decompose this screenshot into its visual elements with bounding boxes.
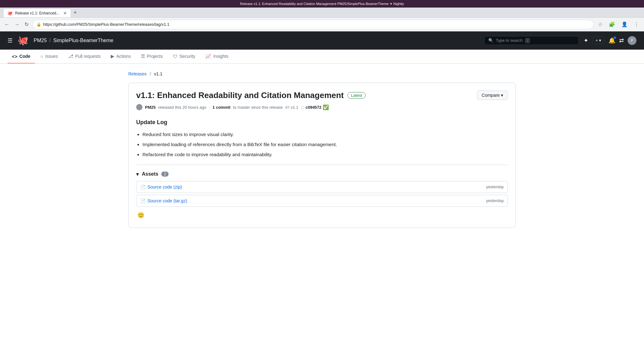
tab-favicon: 🐙 [7, 11, 13, 16]
commit-text: to master since this release [233, 105, 283, 110]
reload-button[interactable]: ↻ [23, 20, 30, 29]
pr-tab-icon: ⎇ [68, 53, 73, 59]
search-icon: 🔍 [488, 38, 493, 43]
assets-title: Assets [142, 171, 158, 177]
update-log-item-3: Refactored the code to improve readabili… [142, 151, 508, 158]
security-tab-icon: 🛡 [173, 54, 178, 59]
source-code-zip-label: Source code (zip) [147, 184, 182, 189]
url-text: https://github.com/PM25/SimplePlus-Beame… [43, 22, 169, 27]
commit-count-link[interactable]: 1 commit [213, 105, 230, 110]
update-log-item-2: Implemented loading of references direct… [142, 141, 508, 148]
issues-tab-icon: ○ [41, 54, 43, 59]
repo-link[interactable]: SimplePlus-BeamerTheme [53, 38, 113, 43]
release-time-ago: released this 20 hours ago [158, 105, 206, 110]
browser-title-text: Release v1.1: Enhanced Readability and C… [240, 2, 404, 6]
browser-toolbar: ← → ↻ 🔒 https://github.com/PM25/SimplePl… [0, 18, 644, 31]
add-reaction-button[interactable]: 🙂 [136, 211, 146, 220]
user-avatar[interactable]: P [628, 36, 636, 45]
meta-separator-dot: · [209, 105, 210, 110]
page-breadcrumb: Releases / v1.1 [128, 71, 516, 76]
active-browser-tab[interactable]: 🐙 Release v1.1: Enhanced... ✕ [3, 8, 71, 17]
assets-header[interactable]: ▾ Assets 2 [136, 171, 508, 177]
repo-tabs: <> Code ○ Issues ⎇ Pull requests ▶ Actio… [0, 50, 644, 64]
release-header: v1.1: Enhanced Readability and Citation … [136, 90, 508, 100]
commit-check-icon: ✅ [323, 104, 329, 110]
tab-security[interactable]: 🛡 Security [169, 50, 200, 63]
author-avatar [136, 104, 142, 110]
release-title-wrapper: v1.1: Enhanced Readability and Citation … [136, 90, 366, 100]
source-code-zip-time: yesterday [486, 184, 504, 189]
code-tab-icon: <> [12, 54, 18, 59]
security-tab-label: Security [180, 54, 196, 59]
release-card: v1.1: Enhanced Readability and Citation … [128, 83, 516, 228]
tab-insights[interactable]: 📈 Insights [201, 50, 233, 63]
source-code-zip-link[interactable]: 📄 Source code (zip) [140, 184, 182, 189]
source-code-targz-label: Source code (tar.gz) [147, 198, 187, 203]
update-log-item-1: Reduced font sizes to improve visual cla… [142, 131, 508, 138]
asset-row-zip: 📄 Source code (zip) yesterday [136, 181, 508, 193]
bookmark-button[interactable]: ☆ [596, 20, 604, 29]
hamburger-menu-button[interactable]: ☰ [8, 37, 13, 44]
insights-tab-label: Insights [213, 54, 228, 59]
owner-link[interactable]: PM25 [34, 38, 47, 43]
asset-row-targz: 📄 Source code (tar.gz) yesterday [136, 195, 508, 207]
search-shortcut-kbd: / [525, 38, 530, 43]
targz-file-icon: 📄 [140, 198, 146, 203]
latest-badge: Latest [347, 92, 365, 99]
zip-file-icon: 📄 [140, 184, 146, 189]
tab-actions[interactable]: ▶ Actions [106, 50, 135, 63]
global-search[interactable]: 🔍 Type to search / [484, 36, 579, 45]
copilot-button[interactable]: ✦ [584, 37, 588, 44]
issues-tab-label: Issues [45, 54, 58, 59]
lock-icon: 🔒 [36, 22, 41, 27]
assets-chevron: ▾ [136, 171, 139, 177]
back-button[interactable]: ← [3, 20, 11, 29]
actions-tab-icon: ▶ [111, 53, 114, 59]
release-divider [136, 165, 508, 165]
profile-button[interactable]: 👤 [619, 20, 630, 29]
tag-icon: 🏷 [285, 105, 289, 110]
create-new-button[interactable]: + ▾ [592, 36, 605, 44]
repo-breadcrumb: PM25 / SimplePlus-BeamerTheme [34, 38, 113, 43]
tab-pull-requests[interactable]: ⎇ Pull requests [64, 50, 105, 63]
browser-tab-bar: 🐙 Release v1.1: Enhanced... ✕ + [0, 8, 644, 18]
forward-button[interactable]: → [13, 20, 21, 29]
new-tab-button[interactable]: + [71, 8, 80, 17]
reaction-row: 🙂 [136, 211, 508, 220]
assets-count: 2 [161, 172, 169, 177]
extensions-button[interactable]: 🧩 [607, 20, 617, 29]
releases-breadcrumb-link[interactable]: Releases [128, 71, 147, 76]
current-breadcrumb: v1.1 [154, 71, 162, 76]
main-content: Releases / v1.1 v1.1: Enhanced Readabili… [121, 64, 523, 240]
release-commit: ◌ c094572 ✅ [301, 104, 329, 110]
commit-icon: ◌ [301, 105, 304, 110]
tab-title: Release v1.1: Enhanced... [15, 11, 59, 15]
compare-button[interactable]: Compare ▾ [477, 90, 508, 100]
topnav-actions: ✦ + ▾ 🔔 ⇄ P [584, 36, 636, 45]
code-tab-label: Code [19, 54, 31, 59]
github-topnav: ☰ 🐙 PM25 / SimplePlus-BeamerTheme 🔍 Type… [0, 31, 644, 50]
insights-tab-icon: 📈 [205, 53, 211, 59]
search-placeholder: Type to search [496, 38, 523, 43]
projects-tab-icon: ☰ [141, 53, 145, 59]
release-tag: 🏷 v1.1 [285, 105, 298, 110]
tab-issues[interactable]: ○ Issues [36, 50, 63, 63]
tab-close-button[interactable]: ✕ [63, 11, 67, 16]
source-code-targz-link[interactable]: 📄 Source code (tar.gz) [140, 198, 187, 203]
release-meta: PM25 released this 20 hours ago · 1 comm… [136, 104, 508, 110]
release-title: v1.1: Enhanced Readability and Citation … [136, 90, 344, 100]
pr-tab-label: Pull requests [75, 54, 101, 59]
source-code-targz-time: yesterday [486, 198, 504, 203]
update-log-list: Reduced font sizes to improve visual cla… [136, 131, 508, 158]
browser-menu-button[interactable]: ⋮ [632, 20, 641, 29]
pull-request-icon-btn[interactable]: ⇄ [619, 37, 624, 44]
release-author-link[interactable]: PM25 [145, 105, 156, 110]
tag-value: v1.1 [291, 105, 298, 110]
tab-code[interactable]: <> Code [8, 50, 35, 63]
commit-hash-link[interactable]: c094572 [306, 105, 322, 110]
breadcrumb-sep: / [150, 71, 151, 76]
release-body: Update Log Reduced font sizes to improve… [136, 118, 508, 158]
tab-projects[interactable]: ☰ Projects [136, 50, 167, 63]
browser-title-bar: Release v1.1: Enhanced Readability and C… [0, 0, 644, 8]
url-bar[interactable]: 🔒 https://github.com/PM25/SimplePlus-Bea… [32, 20, 594, 29]
